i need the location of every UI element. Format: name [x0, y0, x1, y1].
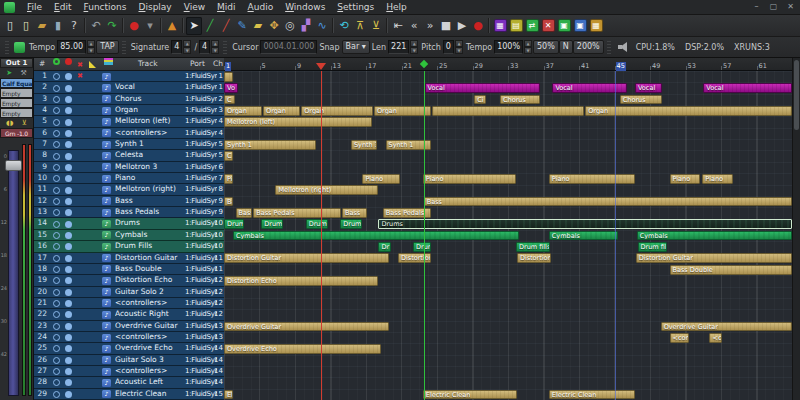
pitch-value[interactable]: 0: [443, 40, 454, 54]
tool-fill-icon[interactable]: ▰: [250, 17, 266, 35]
record-button[interactable]: [53, 175, 60, 182]
mute-button[interactable]: [65, 334, 72, 341]
clip[interactable]: <con: [670, 333, 690, 343]
clip[interactable]: Drum: [261, 219, 283, 229]
record-arm-icon[interactable]: ●: [126, 17, 142, 35]
col-channel[interactable]: Ch: [213, 58, 223, 70]
track-row[interactable]: 28♪Acoustic Left1:FluidSyn14: [34, 377, 224, 388]
track-row[interactable]: 2♪Vocal1:FluidSyn1: [34, 82, 224, 93]
speaker-icon[interactable]: [618, 42, 630, 52]
open-folder-icon[interactable]: ▰: [34, 17, 50, 35]
tool-texture-icon[interactable]: ▞: [298, 17, 314, 35]
track-row[interactable]: 6♪<controllers>1:FluidSyn4: [34, 128, 224, 139]
clip[interactable]: Distortion Guitar: [224, 253, 389, 263]
mute-button[interactable]: [65, 391, 72, 398]
clip[interactable]: Bass: [236, 208, 253, 218]
col-track[interactable]: Track: [138, 58, 158, 70]
bus-column-icon[interactable]: [104, 58, 113, 65]
time-ruler[interactable]: 1591317212529333741454953576165: [224, 58, 792, 71]
mute-button[interactable]: [65, 73, 72, 80]
mute-button[interactable]: [65, 141, 72, 148]
track-row[interactable]: 9♪Mellotron 31:FluidSyn6: [34, 162, 224, 173]
clip[interactable]: Vocal: [425, 83, 540, 93]
record-button[interactable]: [53, 357, 60, 364]
clip[interactable]: Cymbals: [233, 231, 519, 241]
mute-button[interactable]: [65, 153, 72, 160]
track-row[interactable]: 23♪Overdrive Guitar1:FluidSyn13: [34, 321, 224, 332]
close-button[interactable]: ✕: [786, 0, 795, 14]
track-row[interactable]: 11♪Mellotron (right)1:FluidSyn8: [34, 184, 224, 195]
plugin-slot[interactable]: Calf Equal: [0, 78, 33, 88]
mute-button[interactable]: [65, 175, 72, 182]
menu-windows[interactable]: Windows: [279, 0, 331, 15]
record-button[interactable]: [53, 243, 60, 250]
normal-tempo-button[interactable]: N: [559, 40, 573, 54]
clip[interactable]: Distortion: [517, 253, 552, 263]
clip[interactable]: Vocal: [635, 83, 663, 93]
clip[interactable]: Organ: [263, 106, 300, 116]
track-row[interactable]: 17♪Distortion Guitar1:FluidSyn11: [34, 253, 224, 264]
clip[interactable]: Piano: [423, 174, 516, 184]
track-row[interactable]: 22♪Acoustic Right1:FluidSyn12: [34, 309, 224, 320]
mute-button[interactable]: [65, 368, 72, 375]
record-button[interactable]: [53, 289, 60, 296]
clip[interactable]: Distortion Guitar: [636, 253, 792, 263]
loop-icon[interactable]: ⟲: [336, 17, 352, 35]
mute-button[interactable]: [65, 209, 72, 216]
record-button[interactable]: [53, 368, 60, 375]
restore-button[interactable]: ▢: [769, 0, 778, 14]
backward-start-icon[interactable]: ⇤: [390, 17, 406, 35]
clip[interactable]: Ci: [474, 95, 486, 105]
mute-button[interactable]: [65, 130, 72, 137]
track-row[interactable]: 1✖♪1:FluidSyn1: [34, 71, 224, 82]
view-tracks-icon[interactable]: ✕: [540, 17, 556, 35]
clip[interactable]: Mellotron (right): [275, 185, 378, 195]
track-row[interactable]: 3♪Chorus1:FluidSyn2: [34, 94, 224, 105]
clip[interactable]: Ba: [224, 197, 233, 207]
record-button[interactable]: [53, 141, 60, 148]
record-button[interactable]: [53, 119, 60, 126]
tool-brush-icon[interactable]: ╱: [218, 17, 234, 35]
menu-audio[interactable]: Audio: [242, 0, 280, 15]
clip[interactable]: Piano: [702, 174, 732, 184]
clip[interactable]: Synth 3: [351, 140, 377, 150]
clip[interactable]: Piano: [670, 174, 700, 184]
record-button[interactable]: [53, 221, 60, 228]
view-messages-icon[interactable]: ▤: [508, 17, 524, 35]
speaker-column-icon[interactable]: [89, 61, 96, 68]
undo-icon[interactable]: ↶: [88, 17, 104, 35]
clip[interactable]: Vo: [224, 83, 238, 93]
tool-hand-icon[interactable]: ✥: [266, 17, 282, 35]
clip[interactable]: Drum fills: [638, 242, 667, 252]
wrench-icon[interactable]: ⚒: [21, 70, 27, 77]
track-row[interactable]: 27♪<controllers>1:FluidSyn14: [34, 366, 224, 377]
track-row[interactable]: 10♪Piano1:FluidSyn7: [34, 173, 224, 184]
clip[interactable]: Vocal: [552, 83, 627, 93]
clip[interactable]: Distortion Echo: [224, 276, 378, 286]
clip[interactable]: Overdrive Guitar: [224, 322, 389, 332]
clip[interactable]: Piano: [362, 174, 399, 184]
track-row[interactable]: 7♪Synth 11:FluidSyn5: [34, 139, 224, 150]
whatsthis-icon[interactable]: ?: [66, 17, 82, 35]
menu-display[interactable]: Display: [133, 0, 178, 15]
clip[interactable]: Organ: [374, 106, 431, 116]
mute-button[interactable]: [65, 357, 72, 364]
view-windows-icon[interactable]: ▣: [572, 17, 588, 35]
tool-pencil-icon[interactable]: ✎: [234, 17, 250, 35]
menu-edit[interactable]: Edit: [48, 0, 77, 15]
tool-zoom-icon[interactable]: ◎: [282, 17, 298, 35]
snap-select[interactable]: Bar ▾: [342, 40, 370, 54]
scrollbar-thumb[interactable]: [794, 60, 799, 130]
volume-fader-track[interactable]: [8, 150, 19, 396]
tempo-value[interactable]: 85.00: [57, 40, 86, 54]
save-icon[interactable]: ▮: [50, 17, 66, 35]
rewind-icon[interactable]: «: [406, 17, 422, 35]
open-file-icon[interactable]: ▯: [18, 17, 34, 35]
record-button[interactable]: [53, 187, 60, 194]
clip[interactable]: Vocal: [703, 83, 792, 93]
clip[interactable]: Distortion: [398, 253, 431, 263]
track-row[interactable]: 20♪Guitar Solo 21:FluidSyn12: [34, 287, 224, 298]
plugin-slot[interactable]: Empty: [0, 108, 33, 118]
mute-button[interactable]: [65, 243, 72, 250]
clip[interactable]: Pi: [224, 174, 233, 184]
